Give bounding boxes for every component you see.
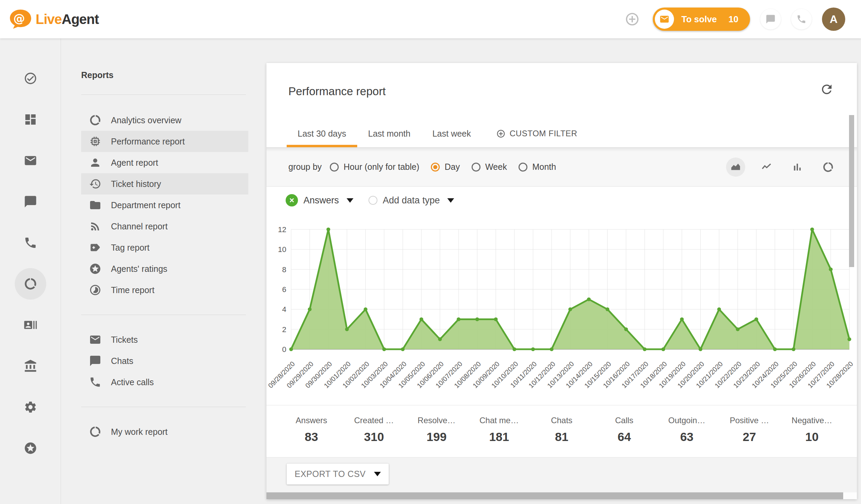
sidebar-item-label: Chats xyxy=(111,356,133,366)
vertical-scrollbar-thumb[interactable] xyxy=(849,115,854,267)
sidebar-section-2: My work report xyxy=(61,421,266,442)
sidebar-item-label: Active calls xyxy=(111,377,154,387)
stat-column-7[interactable]: Positive …27 xyxy=(718,405,781,457)
chart-type-bar-button[interactable] xyxy=(788,158,807,177)
add-data-type-button[interactable]: Add data type xyxy=(369,195,454,206)
stat-label: Resolve… xyxy=(417,416,456,425)
rail-item-tickets[interactable] xyxy=(0,140,61,181)
rail-item-dashboard[interactable] xyxy=(0,99,61,140)
sidebar-heading: Reports xyxy=(81,70,266,80)
stat-column-0[interactable]: Answers83 xyxy=(280,405,343,457)
group-by-radio-week[interactable]: Week xyxy=(472,162,507,172)
dashboard-icon xyxy=(15,104,46,135)
contacts-icon xyxy=(15,309,46,341)
stat-column-6[interactable]: Outgoin…63 xyxy=(656,405,718,457)
stat-label: Answers xyxy=(296,416,327,425)
sidebar-item-agent-report[interactable]: Agent report xyxy=(81,152,248,173)
sidebar-item-chats[interactable]: Chats xyxy=(81,350,248,371)
empty-radio-icon xyxy=(369,196,377,205)
chart-type-area-button[interactable] xyxy=(726,158,745,177)
group-by-radio-day[interactable]: Day xyxy=(431,162,460,172)
sidebar-item-label: Agents' ratings xyxy=(111,264,167,274)
svg-text:12: 12 xyxy=(278,225,286,234)
sidebar-item-my-work-report[interactable]: My work report xyxy=(81,421,248,442)
remove-series-icon[interactable]: × xyxy=(286,194,298,206)
stat-column-4[interactable]: Chats81 xyxy=(531,405,593,457)
rail-item-favorites[interactable] xyxy=(0,428,61,469)
svg-text:2: 2 xyxy=(282,325,286,334)
sidebar-item-label: Time report xyxy=(111,285,154,295)
sidebar-item-active-calls[interactable]: Active calls xyxy=(81,371,248,393)
group-by-radio-hour-only-for-table-[interactable]: Hour (only for table) xyxy=(330,162,419,172)
svg-text:10: 10 xyxy=(278,245,286,254)
chat-icon xyxy=(15,186,46,217)
tab-last-month[interactable]: Last month xyxy=(357,120,422,147)
rail-item-reports[interactable] xyxy=(0,263,61,304)
radio-icon xyxy=(330,163,339,172)
sidebar-item-tag-report[interactable]: Tag report xyxy=(81,237,248,258)
group-by-radio-month[interactable]: Month xyxy=(519,162,556,172)
rail-item-calls[interactable] xyxy=(0,222,61,263)
tab-last-30-days[interactable]: Last 30 days xyxy=(287,120,357,147)
refresh-button[interactable] xyxy=(819,82,834,97)
avatar[interactable]: A xyxy=(822,8,845,31)
sidebar-item-time-report[interactable]: Time report xyxy=(81,279,248,301)
stat-column-3[interactable]: Chat me…181 xyxy=(468,405,531,457)
sidebar-item-ticket-history[interactable]: Ticket history xyxy=(81,173,248,194)
rail-item-companies[interactable] xyxy=(0,345,61,387)
stat-value: 310 xyxy=(364,430,384,444)
rail-item-chats[interactable] xyxy=(0,181,61,222)
stat-label: Created … xyxy=(354,416,394,425)
stat-label: Positive … xyxy=(730,416,769,425)
rss-icon xyxy=(89,220,101,232)
svg-text:8: 8 xyxy=(282,265,286,274)
sidebar-item-label: Agent report xyxy=(111,158,158,168)
chart-type-line-button[interactable] xyxy=(757,158,776,177)
bank-icon xyxy=(15,350,46,382)
tab-bar: Last 30 daysLast monthLast weekCUSTOM FI… xyxy=(287,120,577,147)
radio-icon xyxy=(431,163,440,172)
tab-last-week[interactable]: Last week xyxy=(421,120,482,147)
topbar-actions: To solve 10 A xyxy=(622,0,845,38)
line-chart-icon xyxy=(761,161,772,173)
rail-item-settings[interactable] xyxy=(0,387,61,428)
rail-item-customers[interactable] xyxy=(0,304,61,345)
rail-item-resolve-check[interactable] xyxy=(0,58,61,99)
to-solve-count: 10 xyxy=(728,14,738,25)
series-chip-row: × Answers Add data type xyxy=(286,187,454,214)
stat-label: Chat me… xyxy=(479,416,519,425)
horizontal-scrollbar[interactable] xyxy=(266,492,857,499)
sidebar-item-label: Department report xyxy=(111,200,180,210)
radio-icon xyxy=(472,163,481,172)
sidebar-item-tickets[interactable]: Tickets xyxy=(81,329,248,350)
sidebar-item-analytics-overview[interactable]: Analytics overview xyxy=(81,110,248,131)
plus-circle-icon xyxy=(496,129,506,138)
sidebar-item-agents-ratings[interactable]: Agents' ratings xyxy=(81,258,248,279)
stat-column-1[interactable]: Created …310 xyxy=(343,405,405,457)
custom-filter-button[interactable]: CUSTOM FILTER xyxy=(496,129,577,138)
horizontal-scrollbar-thumb[interactable] xyxy=(266,492,843,499)
add-new-button[interactable] xyxy=(622,9,642,29)
sidebar-item-channel-report[interactable]: Channel report xyxy=(81,216,248,237)
history-icon xyxy=(89,178,101,190)
calls-button[interactable] xyxy=(791,9,812,29)
performance-report-card: Performance report Last 30 daysLast mont… xyxy=(266,63,857,499)
to-solve-button[interactable]: To solve 10 xyxy=(653,8,750,31)
sidebar-item-department-report[interactable]: Department report xyxy=(81,194,248,216)
chats-button[interactable] xyxy=(760,9,781,29)
radio-label: Day xyxy=(445,162,460,172)
chevron-down-icon xyxy=(447,198,454,203)
brand-logo[interactable]: @ LiveAgent xyxy=(9,9,99,29)
answers-series-chip[interactable]: × Answers xyxy=(286,194,353,206)
series-chip-label: Answers xyxy=(303,195,339,206)
export-to-csv-button[interactable]: EXPORT TO CSV xyxy=(287,464,389,484)
stat-column-2[interactable]: Resolve…199 xyxy=(405,405,468,457)
chart-type-donut-button[interactable] xyxy=(819,158,838,177)
sidebar-item-label: My work report xyxy=(111,427,167,437)
stat-value: 199 xyxy=(426,430,446,444)
phone-icon xyxy=(15,227,46,259)
analytics-icon xyxy=(89,426,101,438)
stat-column-5[interactable]: Calls64 xyxy=(593,405,656,457)
sidebar-item-performance-report[interactable]: Performance report xyxy=(81,131,248,152)
stat-column-8[interactable]: Negative…10 xyxy=(781,405,843,457)
